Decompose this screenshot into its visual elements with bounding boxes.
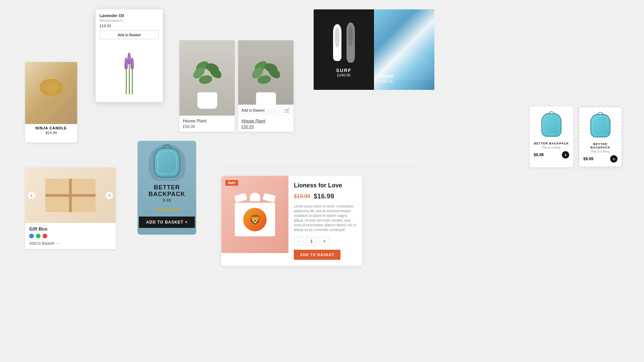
plant-right-info: House Plant £50.00 bbox=[238, 116, 293, 132]
backpack-card-2-price: $9.99 bbox=[583, 157, 593, 161]
add-basket-text[interactable]: Add to Basket bbox=[241, 108, 265, 112]
gift-prev-button[interactable]: ‹ bbox=[28, 192, 35, 199]
backpack-shape bbox=[154, 147, 180, 178]
lioness-add-basket-button[interactable]: ADD TO BASKET bbox=[294, 250, 340, 260]
ninja-candle-title: NINJA CANDLE bbox=[34, 124, 68, 131]
gift-ribbon-v bbox=[69, 179, 72, 212]
qty-value: 1 bbox=[307, 237, 317, 246]
surf-right-label: SURF bbox=[379, 74, 394, 79]
flower-stem-2 bbox=[129, 63, 130, 95]
flower-stem-1 bbox=[126, 68, 127, 95]
backpack-card-2-add-button[interactable]: + bbox=[610, 155, 618, 163]
lioness-sale-price: $16.99 bbox=[314, 192, 334, 200]
qty-decrement[interactable]: - bbox=[294, 237, 304, 246]
qty-increment[interactable]: + bbox=[319, 237, 329, 246]
surfboard-1 bbox=[333, 24, 341, 61]
lioness-price-row: $19.99 $16.99 bbox=[294, 192, 357, 200]
divider-horizontal bbox=[218, 168, 423, 168]
lavender-source: WooCommerce bbox=[100, 19, 159, 22]
lioness-details: Lioness for Love $19.99 $16.99 Lorem ips… bbox=[288, 176, 362, 266]
backpack-card-2-brand: BETTER BACKPACK bbox=[583, 142, 618, 149]
gift-info: Gift Box Add to Basket → bbox=[25, 223, 116, 249]
swatch-green[interactable] bbox=[36, 234, 41, 238]
gift-title: Gift Box bbox=[29, 226, 112, 232]
backpack-mini-1 bbox=[541, 113, 561, 137]
gift-box-image: ‹ › bbox=[25, 168, 116, 223]
plant-left-name: House Plant bbox=[183, 118, 231, 123]
backpack-card-1: BETTER BACKPACK This is a thing. $9.99 + bbox=[530, 107, 573, 167]
color-swatches bbox=[29, 234, 112, 238]
house-plant-right-card: Add to Basket 🛒 House Plant £50.00 bbox=[238, 40, 293, 132]
backpack-mini-dots-1 bbox=[544, 116, 559, 134]
backpack-card-1-price-row: $9.99 + bbox=[534, 151, 569, 159]
plant-left-image bbox=[179, 40, 235, 116]
surf-boards bbox=[333, 22, 355, 63]
plant-right-price: £50.00 bbox=[241, 124, 290, 129]
ninja-candle-card: NINJA CANDLE $14.99 bbox=[25, 62, 77, 142]
add-basket-overlay: Add to Basket 🛒 bbox=[238, 105, 293, 116]
candle-body bbox=[40, 79, 63, 96]
backpack-card-1-brand: BETTER BACKPACK bbox=[534, 142, 569, 145]
plant-right-image: Add to Basket 🛒 bbox=[238, 40, 293, 116]
pot-body-left bbox=[197, 92, 217, 109]
backpack-mini-dots-2 bbox=[593, 116, 608, 135]
plant-right-name: House Plant bbox=[241, 118, 290, 123]
gift-box-card: ‹ › Gift Box Add to Basket → bbox=[25, 168, 116, 249]
basket-icon: 🛒 bbox=[284, 108, 290, 113]
swatch-red[interactable] bbox=[43, 234, 47, 238]
lavender-title: Lavender Oil bbox=[100, 13, 159, 18]
flower-stem-3 bbox=[132, 68, 133, 95]
house-plant-left-card: House Plant £50.00 bbox=[179, 40, 235, 132]
backpack-promo-image bbox=[149, 144, 185, 181]
gift-add-basket-button[interactable]: Add to Basket → bbox=[29, 241, 59, 246]
lavender-image bbox=[100, 43, 159, 98]
surf-left-panel: SURF £240.00 bbox=[314, 9, 374, 90]
surf-right-label-area: SURF £240.00 bbox=[379, 74, 394, 83]
backpack-promo-stars: ★★★★★ bbox=[155, 206, 179, 213]
gift-next-button[interactable]: › bbox=[106, 192, 113, 199]
sale-badge: Sale! bbox=[225, 180, 238, 186]
surf-card: SURF £240.00 SURF £240.00 bbox=[314, 9, 434, 90]
lavender-oil-card: Lavender Oil WooCommerce £18.50 Add to B… bbox=[96, 9, 163, 102]
qty-row: - 1 + bbox=[294, 237, 357, 246]
backpack-card-2-desc: This is a thing. bbox=[591, 150, 610, 153]
lioness-description: Lorem ipsum dolor sit amet, consectetur … bbox=[294, 204, 357, 232]
backpack-dots bbox=[157, 151, 177, 174]
plant-pot-left bbox=[197, 92, 217, 109]
lioness-image: Sale! 🦁 bbox=[221, 176, 288, 253]
ninja-candle-image bbox=[25, 62, 77, 124]
backpack-card-1-add-button[interactable]: + bbox=[562, 151, 569, 159]
backpack-mini-handle-2 bbox=[597, 112, 603, 115]
lioness-section: Sale! 🦁 Lioness for Love $19.99 $16.99 L… bbox=[221, 176, 362, 266]
backpack-card-2-price-row: $9.99 + bbox=[583, 155, 618, 163]
backpack-card-1-image bbox=[538, 111, 565, 139]
surf-right-price: £240.00 bbox=[379, 79, 394, 83]
swatch-blue[interactable] bbox=[29, 234, 34, 238]
backpack-handle bbox=[163, 144, 171, 149]
backpack-promo-price: 9.99 bbox=[163, 198, 171, 203]
backpack-mini-handle-1 bbox=[548, 111, 554, 115]
plant-left-info: House Plant £50.00 bbox=[179, 116, 235, 132]
lavender-flowers bbox=[126, 63, 133, 95]
backpack-cards-right: BETTER BACKPACK This is a thing. $9.99 +… bbox=[530, 107, 622, 167]
surf-right-panel: SURF £240.00 bbox=[374, 9, 434, 90]
backpack-promo-card: BETTER BACKPACK 9.99 ★★★★★ ADD TO BASKET… bbox=[138, 141, 196, 235]
lavender-add-basket-button[interactable]: Add to Basket bbox=[100, 31, 159, 39]
lioness-original-price: $19.99 bbox=[294, 193, 310, 199]
ninja-candle-price: $14.99 bbox=[46, 131, 57, 136]
surf-left-price: £240.00 bbox=[337, 73, 351, 77]
plant-leaves-left bbox=[192, 62, 222, 89]
plant-leaves-right bbox=[251, 62, 281, 89]
backpack-card-2-image bbox=[587, 111, 614, 140]
backpack-card-1-price: $9.99 bbox=[534, 153, 544, 157]
surf-left-label: SURF bbox=[336, 68, 352, 73]
surfboard-2 bbox=[346, 22, 355, 63]
backpack-card-2: BETTER BACKPACK This is a thing. $9.99 + bbox=[579, 107, 622, 167]
plant-left-price: £50.00 bbox=[183, 124, 231, 129]
gift-box-inner bbox=[45, 179, 96, 212]
backpack-promo-add-button[interactable]: ADD TO BASKET + bbox=[139, 217, 195, 228]
backpack-card-1-desc: This is a thing. bbox=[542, 146, 561, 149]
backpack-mini-2 bbox=[590, 114, 610, 137]
backpack-promo-title: BETTER BACKPACK bbox=[138, 184, 196, 198]
lavender-price: £18.50 bbox=[100, 24, 159, 28]
